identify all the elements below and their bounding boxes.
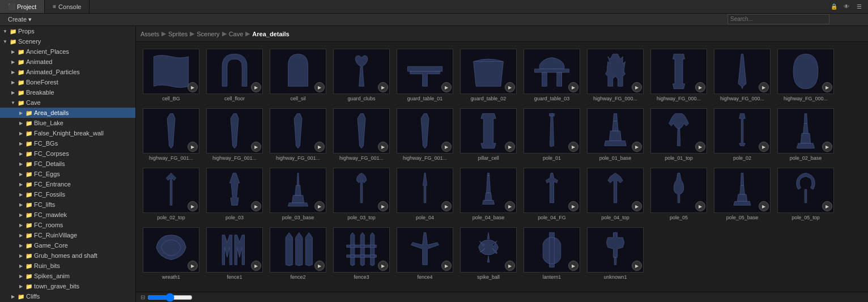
play-button[interactable]: ▶ xyxy=(695,82,705,92)
asset-item-guard_table_03[interactable]: ▶guard_table_03 xyxy=(521,46,582,104)
asset-item-highway_FG_000...[interactable]: ▶highway_FG_000... xyxy=(775,46,836,104)
asset-item-guard_clubs[interactable]: ▶guard_clubs xyxy=(331,46,392,104)
asset-item-lantern1[interactable]: ▶lantern1 xyxy=(521,225,582,282)
sidebar-item-boneforest[interactable]: ▶📁BoneForest xyxy=(0,77,135,87)
tab-console[interactable]: ≡ Console xyxy=(45,0,90,13)
asset-item-highway_FG_001...[interactable]: ▶highway_FG_001... xyxy=(267,106,329,163)
asset-item-highway_FG_001...[interactable]: ▶highway_FG_001... xyxy=(204,106,265,163)
play-button[interactable]: ▶ xyxy=(759,82,769,92)
play-button[interactable]: ▶ xyxy=(632,261,642,271)
asset-item-pillar_cell[interactable]: ▶pillar_cell xyxy=(458,106,519,163)
play-button[interactable]: ▶ xyxy=(505,142,515,152)
play-button[interactable]: ▶ xyxy=(188,201,198,211)
sidebar-item-fc-bgs[interactable]: ▶📁FC_BGs xyxy=(0,138,135,148)
play-button[interactable]: ▶ xyxy=(378,82,388,92)
play-button[interactable]: ▶ xyxy=(251,142,261,152)
play-button[interactable]: ▶ xyxy=(759,201,769,211)
menu-icon[interactable]: ☰ xyxy=(854,2,863,11)
sidebar-item-false-knight-break-wall[interactable]: ▶📁False_Knight_break_wall xyxy=(0,128,135,138)
play-button[interactable]: ▶ xyxy=(568,261,578,271)
play-button[interactable]: ▶ xyxy=(568,82,578,92)
play-button[interactable]: ▶ xyxy=(695,201,705,211)
asset-item-cell_floor[interactable]: ▶cell_floor xyxy=(204,46,265,104)
sidebar-item-scenery[interactable]: ▼📁Scenery xyxy=(0,36,135,46)
asset-item-pole_01_base[interactable]: ▶pole_01_base xyxy=(585,106,646,163)
asset-item-highway_FG_001...[interactable]: ▶highway_FG_001... xyxy=(394,106,456,163)
sidebar-item-game-core[interactable]: ▶📁Game_Core xyxy=(0,240,135,250)
asset-item-pole_05[interactable]: ▶pole_05 xyxy=(648,165,709,223)
breadcrumb-scenery[interactable]: Scenery xyxy=(197,31,219,37)
play-button[interactable]: ▶ xyxy=(188,82,198,92)
play-button[interactable]: ▶ xyxy=(251,82,261,92)
asset-item-pole_03[interactable]: ▶pole_03 xyxy=(204,165,265,223)
play-button[interactable]: ▶ xyxy=(378,261,388,271)
sidebar-item-breakable[interactable]: ▶📁Breakable xyxy=(0,87,135,97)
asset-item-highway_FG_000...[interactable]: ▶highway_FG_000... xyxy=(585,46,646,104)
asset-item-highway_FG_000...[interactable]: ▶highway_FG_000... xyxy=(712,46,773,104)
sidebar-item-animated[interactable]: ▶📁Animated xyxy=(0,57,135,67)
sidebar-item-fc-rooms[interactable]: ▶📁FC_rooms xyxy=(0,220,135,230)
breadcrumb-sprites[interactable]: Sprites xyxy=(168,31,188,37)
tab-project[interactable]: ⬛ Project xyxy=(0,0,45,13)
play-button[interactable]: ▶ xyxy=(314,261,325,271)
sidebar-item-ancient-places[interactable]: ▶📁Ancient_Places xyxy=(0,46,135,57)
sidebar-item-town-grave-bits[interactable]: ▶📁town_grave_bits xyxy=(0,281,135,291)
zoom-slider[interactable] xyxy=(147,295,193,300)
play-button[interactable]: ▶ xyxy=(568,201,578,211)
asset-item-highway_FG_001...[interactable]: ▶highway_FG_001... xyxy=(331,106,392,163)
sidebar-item-blue-lake[interactable]: ▶📁Blue_Lake xyxy=(0,118,135,128)
play-button[interactable]: ▶ xyxy=(441,201,452,211)
asset-item-pole_01[interactable]: ▶pole_01 xyxy=(521,106,582,163)
sidebar-item-cliffs[interactable]: ▶📁Cliffs xyxy=(0,291,135,301)
play-button[interactable]: ▶ xyxy=(378,142,388,152)
play-button[interactable]: ▶ xyxy=(441,82,452,92)
asset-item-highway_FG_000...[interactable]: ▶highway_FG_000... xyxy=(648,46,709,104)
asset-item-pole_04_FG[interactable]: ▶pole_04_FG xyxy=(521,165,582,223)
asset-item-pole_01_top[interactable]: ▶pole_01_top xyxy=(648,106,709,163)
asset-item-fence3[interactable]: ▶fence3 xyxy=(331,225,392,282)
asset-item-fence4[interactable]: ▶fence4 xyxy=(394,225,456,282)
asset-item-guard_table_01[interactable]: ▶guard_table_01 xyxy=(394,46,456,104)
asset-item-highway_FG_001...[interactable]: ▶highway_FG_001... xyxy=(141,106,202,163)
sidebar-item-ruin-bits[interactable]: ▶📁Ruin_bits xyxy=(0,261,135,271)
search-input[interactable] xyxy=(727,14,829,24)
play-button[interactable]: ▶ xyxy=(632,82,642,92)
asset-item-pole_04_base[interactable]: ▶pole_04_base xyxy=(458,165,519,223)
sidebar-item-area-details[interactable]: ▶📁Area_details xyxy=(0,108,135,118)
play-button[interactable]: ▶ xyxy=(822,201,832,211)
asset-item-fence1[interactable]: ▶fence1 xyxy=(204,225,265,282)
asset-item-pole_03_top[interactable]: ▶pole_03_top xyxy=(331,165,392,223)
asset-item-fence2[interactable]: ▶fence2 xyxy=(267,225,329,282)
asset-item-pole_04[interactable]: ▶pole_04 xyxy=(394,165,456,223)
sidebar-item-fc-corpses[interactable]: ▶📁FC_Corpses xyxy=(0,148,135,159)
play-button[interactable]: ▶ xyxy=(188,261,198,271)
play-button[interactable]: ▶ xyxy=(759,142,769,152)
sidebar-item-fc-ruinvillage[interactable]: ▶📁FC_RuinVillage xyxy=(0,230,135,240)
asset-item-unknown1[interactable]: ▶unknown1 xyxy=(585,225,646,282)
sidebar-item-spikes-anim[interactable]: ▶📁Spikes_anim xyxy=(0,271,135,281)
sidebar-item-animated-particles[interactable]: ▶📁Animated_Particles xyxy=(0,67,135,77)
play-button[interactable]: ▶ xyxy=(378,201,388,211)
sidebar-item-fc-fossils[interactable]: ▶📁FC_Fossils xyxy=(0,189,135,199)
play-button[interactable]: ▶ xyxy=(695,142,705,152)
asset-item-pole_05_top[interactable]: ▶pole_05_top xyxy=(775,165,836,223)
breadcrumb-cave[interactable]: Cave xyxy=(229,31,244,37)
asset-item-pole_02[interactable]: ▶pole_02 xyxy=(712,106,773,163)
play-button[interactable]: ▶ xyxy=(441,261,452,271)
play-button[interactable]: ▶ xyxy=(314,201,325,211)
asset-item-pole_04_top[interactable]: ▶pole_04_top xyxy=(585,165,646,223)
play-button[interactable]: ▶ xyxy=(822,82,832,92)
play-button[interactable]: ▶ xyxy=(441,142,452,152)
asset-item-pole_02_base[interactable]: ▶pole_02_base xyxy=(775,106,836,163)
sidebar-item-fc-lifts[interactable]: ▶📁FC_lifts xyxy=(0,199,135,210)
play-button[interactable]: ▶ xyxy=(251,201,261,211)
lock-icon[interactable]: 🔒 xyxy=(829,2,839,11)
play-button[interactable]: ▶ xyxy=(822,142,832,152)
sidebar-item-fc-entrance[interactable]: ▶📁FC_Entrance xyxy=(0,179,135,189)
sidebar-item-fc-details[interactable]: ▶📁FC_Details xyxy=(0,159,135,169)
play-button[interactable]: ▶ xyxy=(505,201,515,211)
play-button[interactable]: ▶ xyxy=(314,142,325,152)
asset-item-cell_BG[interactable]: ▶cell_BG xyxy=(141,46,202,104)
play-button[interactable]: ▶ xyxy=(314,82,325,92)
sidebar-item-props[interactable]: ▼📁Props xyxy=(0,26,135,36)
